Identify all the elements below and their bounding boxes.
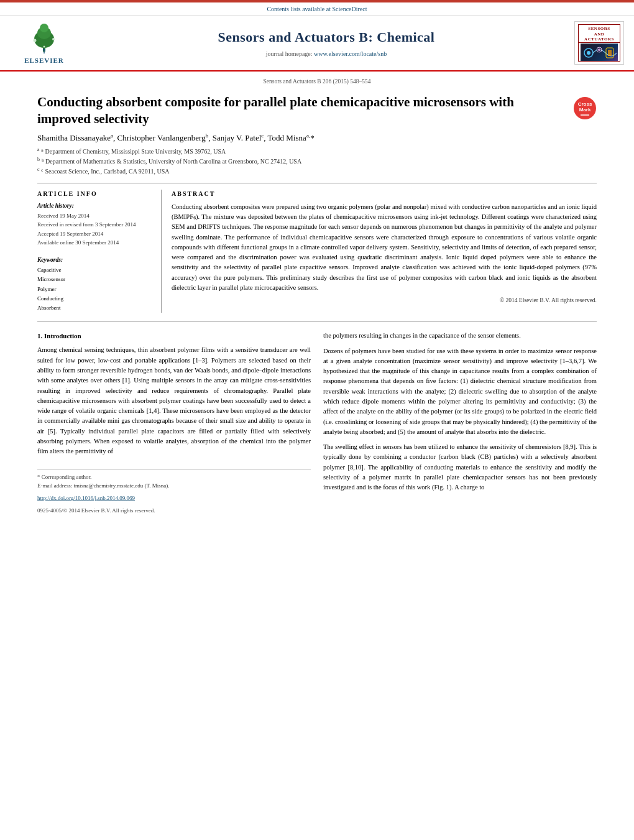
svg-point-6 [44,46,45,48]
journal-homepage-link[interactable]: www.elsevier.com/locate/snb [314,50,387,57]
article-container: Sensors and Actuators B 206 (2015) 548–5… [0,72,634,528]
right-column: the polymers resulting in changes in the… [323,331,597,515]
copyright-line: © 2014 Elsevier B.V. All rights reserved… [172,297,597,305]
article-title-section: Conducting absorbent composite for paral… [37,94,597,128]
article-title: Conducting absorbent composite for paral… [37,94,567,128]
contents-available-text: Contents lists available at [267,6,330,12]
left-column: 1. Introduction Among chemical sensing t… [37,331,311,515]
abstract-text: Conducting absorbent composites were pre… [172,202,597,293]
footnotes: * Corresponding author. E-mail address: … [37,469,311,515]
sciencedirect-link[interactable]: ScienceDirect [332,6,367,12]
email-note: E-mail address: tmisna@chemistry.msstate… [37,482,311,491]
keyword-conducting: Conducting [37,294,154,303]
svg-point-5 [52,38,55,40]
crossmark-icon[interactable]: Cross Mark [573,96,597,120]
keyword-capacitive: Capacitive [37,265,154,275]
journal-header: Contents lists available at ScienceDirec… [0,2,634,72]
footer-doi: http://dx.doi.org/10.1016/j.snb.2014.09.… [37,494,311,503]
svg-point-3 [40,24,48,32]
cover-background [581,44,618,61]
svg-point-10 [587,51,590,55]
intro-para-1: Among chemical sensing techniques, thin … [37,345,311,456]
intro-para-4: The swelling effect in sensors has been … [323,442,597,492]
corresponding-label: * Corresponding author. [37,474,91,480]
sciencedirect-bar: Contents lists available at ScienceDirec… [0,2,634,16]
accepted-date: Accepted 19 September 2014 [37,229,154,238]
svg-point-4 [34,39,37,42]
affiliation-c: c ᶜ Seacoast Science, Inc., Carlsbad, CA… [37,166,597,176]
affiliation-a: a ᵃ Department of Chemistry, Mississippi… [37,146,597,156]
intro-heading: 1. Introduction [37,331,311,341]
journal-masthead: ELSEVIER Sensors and Actuators B: Chemic… [0,16,634,70]
available-date: Available online 30 September 2014 [37,238,154,247]
keyword-polymer: Polymer [37,285,154,294]
authors-line: Shamitha Dissanayakea, Christopher Vanla… [37,131,597,144]
email-label: E-mail address: tmisna@chemistry.msstate… [37,482,170,489]
elsevier-wordmark: ELSEVIER [24,56,64,65]
corresponding-author-note: * Corresponding author. [37,473,311,482]
keywords-list: Capacitive Microsensor Polymer Conductin… [37,265,154,313]
keyword-absorbent: Absorbent [37,303,154,313]
svg-rect-14 [608,50,612,56]
journal-homepage-line: journal homepage: www.elsevier.com/locat… [78,50,574,58]
svg-point-7 [43,48,45,51]
journal-name: Sensors and Actuators B: Chemical [78,28,574,47]
doi-link[interactable]: http://dx.doi.org/10.1016/j.snb.2014.09.… [37,495,135,501]
keywords-label: Keywords: [37,256,154,264]
journal-title-area: Sensors and Actuators B: Chemical journa… [78,28,574,58]
intro-para-3: Dozens of polymers have been studied for… [323,346,597,437]
abstract-heading: ABSTRACT [172,190,597,198]
sensors-box: SENSORSANDACTUATORS [578,24,620,62]
affiliation-b: b ᵇ Department of Mathematics & Statisti… [37,156,597,166]
svg-text:Cross: Cross [578,101,592,107]
authors-text: Shamitha Dissanayakea, Christopher Vanla… [37,133,315,142]
affiliations: a ᵃ Department of Chemistry, Mississippi… [37,146,597,177]
issn-line: 0925-4005/© 2014 Elsevier B.V. All right… [37,507,311,515]
article-info-abstract: ARTICLE INFO Article history: Received 1… [37,183,597,313]
section-divider [37,321,597,322]
article-info-heading: ARTICLE INFO [37,190,154,198]
journal-reference: Sensors and Actuators B 206 (2015) 548–5… [37,78,597,86]
intro-para-2: the polymers resulting in changes in the… [323,331,597,341]
logo-divider [579,42,620,43]
elsevier-tree-icon [22,21,66,55]
elsevier-logo: ELSEVIER [10,21,78,65]
sensors-actuators-logo: SENSORSANDACTUATORS [574,21,624,65]
article-info-panel: ARTICLE INFO Article history: Received 1… [37,190,162,313]
abstract-panel: ABSTRACT Conducting absorbent composites… [172,190,597,313]
body-section: 1. Introduction Among chemical sensing t… [37,331,597,515]
history-label: Article history: [37,202,154,210]
received-date: Received 19 May 2014 [37,211,154,220]
keyword-microsensor: Microsensor [37,275,154,284]
svg-text:Mark: Mark [579,107,591,113]
homepage-label: journal homepage: [266,50,313,57]
revised-date: Received in revised form 3 September 201… [37,220,154,229]
svg-point-12 [598,48,600,51]
cover-graphic [582,44,617,61]
sensors-logo-text: SENSORSANDACTUATORS [583,25,615,42]
sensors-cover-image [581,44,618,61]
